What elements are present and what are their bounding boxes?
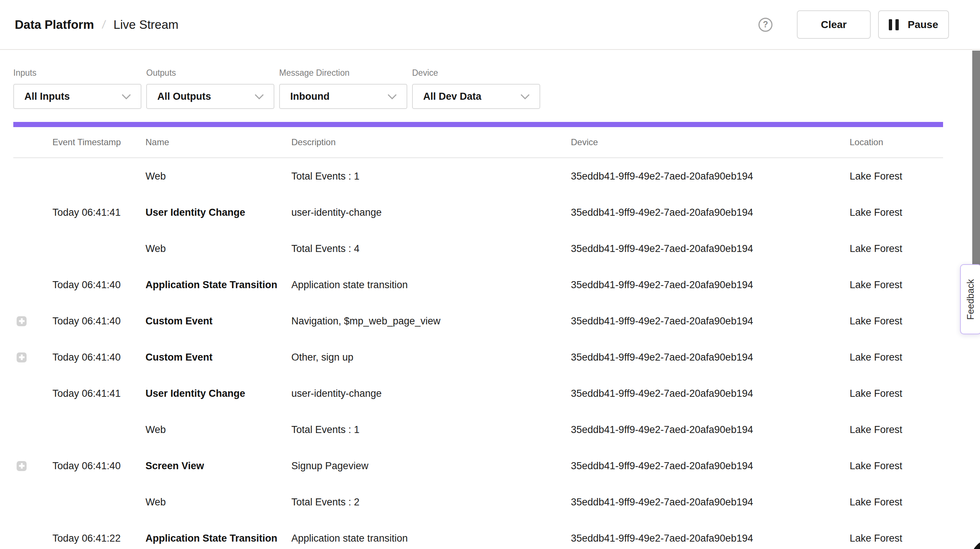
expand-row-button[interactable] (17, 316, 27, 326)
expand-cell (13, 533, 52, 543)
event-description: Total Events : 1 (291, 171, 571, 182)
column-header-device: Device (571, 137, 850, 147)
expand-cell (13, 280, 52, 290)
live-stream-page: Data Platform / Live Stream ? Clear Paus… (0, 0, 980, 549)
pause-button-label: Pause (908, 19, 938, 31)
expand-cell (13, 207, 52, 218)
table-row: Web Total Events : 1 35eddb41-9ff9-49e2-… (13, 412, 943, 448)
chevron-down-icon (520, 94, 530, 99)
feedback-tab-label: Feedback (966, 279, 976, 319)
event-description: Total Events : 1 (291, 424, 571, 436)
breadcrumb: Data Platform / Live Stream (15, 18, 178, 32)
pause-icon (889, 19, 899, 30)
event-description: Application state transition (291, 279, 571, 291)
column-header-location: Location (850, 137, 943, 147)
event-location: Lake Forest (850, 533, 943, 544)
table-row: Today 06:41:41 User Identity Change user… (13, 375, 943, 412)
expand-row-button[interactable] (17, 461, 27, 471)
filter-device: Device All Dev Data (412, 68, 540, 109)
message-direction-dropdown-value: Inbound (290, 91, 329, 102)
table-row: Today 06:41:41 User Identity Change user… (13, 194, 943, 231)
event-device-id: 35eddb41-9ff9-49e2-7aed-20afa90eb194 (571, 352, 850, 363)
event-location: Lake Forest (850, 243, 943, 255)
event-name: Screen View (145, 460, 291, 472)
chevron-down-icon (387, 94, 397, 99)
event-timestamp: Today 06:41:40 (52, 460, 145, 472)
event-name: Web (145, 424, 291, 436)
event-location: Lake Forest (850, 352, 943, 363)
event-location: Lake Forest (850, 496, 943, 508)
event-device-id: 35eddb41-9ff9-49e2-7aed-20afa90eb194 (571, 316, 850, 327)
expand-row-button[interactable] (17, 353, 27, 362)
event-description: Navigation, $mp_web_page_view (291, 316, 571, 327)
event-timestamp: Today 06:41:40 (52, 279, 145, 291)
table-row: Web Total Events : 1 35eddb41-9ff9-49e2-… (13, 158, 943, 194)
expand-cell (13, 353, 52, 362)
event-device-id: 35eddb41-9ff9-49e2-7aed-20afa90eb194 (571, 533, 850, 544)
event-timestamp: Today 06:41:40 (52, 352, 145, 363)
expand-cell (13, 316, 52, 326)
device-dropdown[interactable]: All Dev Data (412, 84, 540, 109)
event-location: Lake Forest (850, 207, 943, 219)
table-row: Today 06:41:40 Application State Transit… (13, 267, 943, 303)
event-location: Lake Forest (850, 460, 943, 472)
event-timestamp: Today 06:41:41 (52, 388, 145, 399)
event-name: Web (145, 171, 291, 182)
event-device-id: 35eddb41-9ff9-49e2-7aed-20afa90eb194 (571, 424, 850, 436)
table-row: Today 06:41:40 Custom Event Navigation, … (13, 303, 943, 339)
table-row: Today 06:41:40 Screen View Signup Pagevi… (13, 448, 943, 484)
filter-message-direction: Message Direction Inbound (279, 68, 407, 109)
page-header: Data Platform / Live Stream ? Clear Paus… (0, 0, 980, 50)
column-header-description: Description (291, 137, 571, 147)
outputs-dropdown[interactable]: All Outputs (146, 84, 274, 109)
event-location: Lake Forest (850, 279, 943, 291)
filter-inputs-label: Inputs (13, 68, 142, 78)
event-timestamp: Today 06:41:41 (52, 207, 145, 219)
pause-button[interactable]: Pause (878, 10, 949, 39)
event-name: Application State Transition (145, 279, 291, 291)
chat-bubble-button[interactable] (971, 539, 980, 549)
event-device-id: 35eddb41-9ff9-49e2-7aed-20afa90eb194 (571, 207, 850, 219)
event-name: User Identity Change (145, 388, 291, 399)
filter-device-label: Device (412, 68, 540, 78)
page-title: Live Stream (113, 18, 178, 32)
event-description: Total Events : 4 (291, 243, 571, 255)
filter-outputs-label: Outputs (146, 68, 274, 78)
event-name: Custom Event (145, 352, 291, 363)
clear-button[interactable]: Clear (797, 10, 871, 39)
filter-bar: Inputs All Inputs Outputs All Outputs Me… (0, 50, 980, 109)
event-description: user-identity-change (291, 207, 571, 219)
table-header-row: Event Timestamp Name Description Device … (13, 127, 943, 158)
feedback-tab[interactable]: Feedback (960, 264, 980, 334)
chevron-down-icon (255, 94, 264, 99)
event-timestamp: Today 06:41:22 (52, 533, 145, 544)
event-location: Lake Forest (850, 316, 943, 327)
event-device-id: 35eddb41-9ff9-49e2-7aed-20afa90eb194 (571, 279, 850, 291)
vertical-scrollbar-thumb[interactable] (972, 51, 980, 280)
event-name: Web (145, 496, 291, 508)
table-body: Web Total Events : 1 35eddb41-9ff9-49e2-… (13, 158, 943, 549)
event-name: User Identity Change (145, 207, 291, 219)
expand-cell (13, 461, 52, 471)
event-table: Event Timestamp Name Description Device … (13, 127, 943, 549)
event-device-id: 35eddb41-9ff9-49e2-7aed-20afa90eb194 (571, 243, 850, 255)
inputs-dropdown-value: All Inputs (24, 91, 70, 102)
inputs-dropdown[interactable]: All Inputs (13, 84, 142, 109)
header-actions: ? Clear Pause (759, 10, 949, 39)
expand-cell (13, 425, 52, 435)
help-icon[interactable]: ? (759, 18, 773, 32)
event-name: Web (145, 243, 291, 255)
clear-button-label: Clear (821, 19, 847, 31)
message-direction-dropdown[interactable]: Inbound (279, 84, 407, 109)
column-header-name: Name (145, 137, 291, 147)
column-header-timestamp: Event Timestamp (52, 137, 145, 147)
event-location: Lake Forest (850, 424, 943, 436)
breadcrumb-section: Data Platform (15, 18, 94, 32)
expand-cell (13, 497, 52, 507)
event-description: user-identity-change (291, 388, 571, 399)
event-device-id: 35eddb41-9ff9-49e2-7aed-20afa90eb194 (571, 388, 850, 399)
event-location: Lake Forest (850, 388, 943, 399)
chevron-down-icon (121, 94, 131, 99)
event-name: Custom Event (145, 316, 291, 327)
expand-cell (13, 171, 52, 181)
